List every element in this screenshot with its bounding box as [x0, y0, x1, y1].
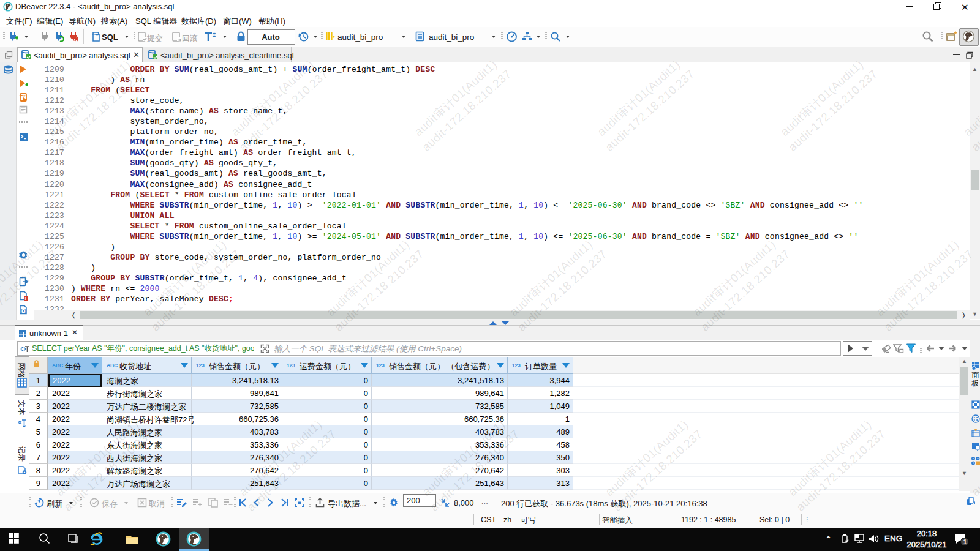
svg-text:1: 1 — [963, 539, 967, 545]
svg-text:!: ! — [25, 296, 26, 301]
svg-text:(x): (x) — [21, 309, 26, 313]
